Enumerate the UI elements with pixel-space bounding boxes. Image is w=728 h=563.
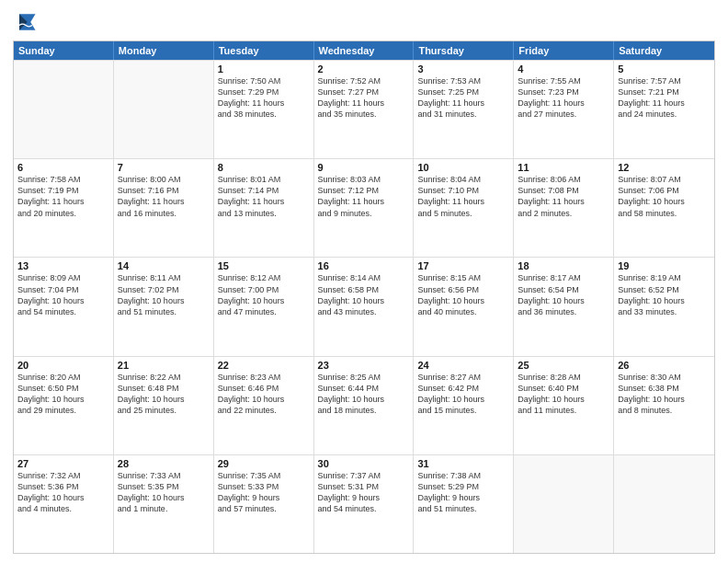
- cell-line: Sunset: 7:23 PM: [518, 86, 609, 98]
- cell-line: Sunrise: 7:58 AM: [17, 174, 109, 185]
- cell-line: Sunrise: 7:50 AM: [218, 75, 310, 86]
- header-day-thursday: Thursday: [414, 41, 514, 60]
- cell-line: Daylight: 11 hours: [318, 98, 410, 109]
- cal-cell-r4c5: [514, 455, 614, 553]
- cell-line: Sunrise: 8:00 AM: [118, 174, 210, 185]
- header: [13, 9, 715, 35]
- day-number: 28: [118, 458, 210, 469]
- header-day-friday: Friday: [514, 41, 614, 60]
- cell-line: Sunset: 6:42 PM: [417, 383, 509, 394]
- cell-line: Sunset: 6:48 PM: [118, 383, 210, 394]
- cell-line: and 25 minutes.: [118, 405, 210, 416]
- cell-line: Sunset: 7:27 PM: [318, 86, 410, 98]
- cal-cell-r4c4: 31Sunrise: 7:38 AMSunset: 5:29 PMDayligh…: [414, 455, 514, 553]
- cal-cell-r1c2: 8Sunrise: 8:01 AMSunset: 7:14 PMDaylight…: [214, 159, 314, 257]
- day-number: 29: [218, 458, 310, 469]
- cell-line: Daylight: 11 hours: [417, 98, 509, 109]
- cell-line: Sunrise: 8:03 AM: [318, 174, 410, 185]
- cell-line: Sunrise: 7:32 AM: [17, 470, 109, 481]
- cal-cell-r1c3: 9Sunrise: 8:03 AMSunset: 7:12 PMDaylight…: [314, 159, 415, 257]
- cell-line: and 5 minutes.: [417, 208, 509, 219]
- day-number: 9: [318, 162, 410, 173]
- cell-line: and 54 minutes.: [318, 503, 410, 514]
- cal-cell-r0c2: 1Sunrise: 7:50 AMSunset: 7:29 PMDaylight…: [214, 61, 314, 158]
- cell-line: Daylight: 10 hours: [218, 394, 310, 405]
- cell-line: Sunrise: 8:01 AM: [218, 174, 310, 185]
- cell-line: Sunrise: 7:52 AM: [318, 75, 410, 86]
- cal-cell-r2c6: 19Sunrise: 8:19 AMSunset: 6:52 PMDayligh…: [614, 258, 714, 355]
- cal-cell-r1c1: 7Sunrise: 8:00 AMSunset: 7:16 PMDaylight…: [114, 159, 214, 257]
- cell-line: and 31 minutes.: [417, 109, 509, 120]
- cell-line: Daylight: 11 hours: [518, 98, 609, 109]
- day-number: 19: [618, 260, 711, 271]
- day-number: 18: [518, 260, 609, 271]
- cell-line: and 35 minutes.: [318, 109, 410, 120]
- header-day-tuesday: Tuesday: [214, 41, 314, 60]
- cell-line: Sunrise: 8:06 AM: [518, 174, 609, 185]
- cal-cell-r4c1: 28Sunrise: 7:33 AMSunset: 5:35 PMDayligh…: [114, 455, 214, 553]
- cell-line: Sunset: 6:54 PM: [518, 284, 609, 295]
- day-number: 14: [118, 260, 210, 271]
- cal-cell-r0c4: 3Sunrise: 7:53 AMSunset: 7:25 PMDaylight…: [414, 61, 514, 158]
- cell-line: Daylight: 10 hours: [118, 295, 210, 306]
- cell-line: Sunset: 5:35 PM: [118, 481, 210, 492]
- cell-line: Sunrise: 8:22 AM: [118, 372, 210, 383]
- cell-line: Daylight: 10 hours: [417, 295, 509, 306]
- day-number: 27: [17, 458, 109, 469]
- cell-line: Sunrise: 7:38 AM: [417, 470, 509, 481]
- cell-line: Sunrise: 7:53 AM: [417, 75, 509, 86]
- cal-cell-r3c3: 23Sunrise: 8:25 AMSunset: 6:44 PMDayligh…: [314, 357, 415, 454]
- calendar-row-0: 1Sunrise: 7:50 AMSunset: 7:29 PMDaylight…: [14, 60, 714, 158]
- cell-line: Daylight: 9 hours: [218, 492, 310, 503]
- day-number: 16: [318, 260, 410, 271]
- cell-line: Sunrise: 8:15 AM: [417, 272, 509, 283]
- header-day-sunday: Sunday: [14, 41, 114, 60]
- cell-line: and 29 minutes.: [17, 405, 109, 416]
- cell-line: Daylight: 10 hours: [17, 492, 109, 503]
- cell-line: Daylight: 10 hours: [118, 394, 210, 405]
- cell-line: and 16 minutes.: [118, 208, 210, 219]
- cell-line: Daylight: 10 hours: [618, 196, 711, 207]
- cal-cell-r2c3: 16Sunrise: 8:14 AMSunset: 6:58 PMDayligh…: [314, 258, 415, 355]
- header-day-saturday: Saturday: [614, 41, 714, 60]
- cell-line: Sunrise: 7:55 AM: [518, 75, 609, 86]
- cell-line: Daylight: 10 hours: [218, 295, 310, 306]
- cal-cell-r2c0: 13Sunrise: 8:09 AMSunset: 7:04 PMDayligh…: [14, 258, 114, 355]
- cell-line: Daylight: 10 hours: [318, 394, 410, 405]
- cell-line: Sunset: 6:58 PM: [318, 284, 410, 295]
- cell-line: and 51 minutes.: [118, 306, 210, 317]
- cell-line: Sunset: 6:52 PM: [618, 284, 711, 295]
- cal-cell-r3c0: 20Sunrise: 8:20 AMSunset: 6:50 PMDayligh…: [14, 357, 114, 454]
- cell-line: Sunset: 5:33 PM: [218, 481, 310, 492]
- cal-cell-r2c5: 18Sunrise: 8:17 AMSunset: 6:54 PMDayligh…: [514, 258, 614, 355]
- cell-line: Daylight: 9 hours: [417, 492, 509, 503]
- cal-cell-r0c5: 4Sunrise: 7:55 AMSunset: 7:23 PMDaylight…: [514, 61, 614, 158]
- cell-line: and 40 minutes.: [417, 306, 509, 317]
- cell-line: Sunrise: 8:17 AM: [518, 272, 609, 283]
- cell-line: Daylight: 11 hours: [118, 196, 210, 207]
- calendar-row-3: 20Sunrise: 8:20 AMSunset: 6:50 PMDayligh…: [14, 356, 714, 454]
- cell-line: Sunrise: 8:30 AM: [618, 372, 711, 383]
- calendar: SundayMondayTuesdayWednesdayThursdayFrid…: [13, 40, 715, 554]
- cell-line: and 20 minutes.: [17, 208, 109, 219]
- header-day-wednesday: Wednesday: [314, 41, 415, 60]
- cell-line: and 15 minutes.: [417, 405, 509, 416]
- day-number: 30: [318, 458, 410, 469]
- cell-line: Sunrise: 8:19 AM: [618, 272, 711, 283]
- cell-line: Sunrise: 7:37 AM: [318, 470, 410, 481]
- cell-line: and 2 minutes.: [518, 208, 609, 219]
- cell-line: Sunset: 7:10 PM: [417, 185, 509, 196]
- cell-line: Sunset: 5:36 PM: [17, 481, 109, 492]
- cell-line: Sunset: 7:12 PM: [318, 185, 410, 196]
- cell-line: and 24 minutes.: [618, 109, 711, 120]
- cell-line: Sunset: 6:50 PM: [17, 383, 109, 394]
- cell-line: Sunrise: 8:09 AM: [17, 272, 109, 283]
- cell-line: Sunrise: 8:11 AM: [118, 272, 210, 283]
- day-number: 3: [417, 63, 509, 75]
- cal-cell-r2c4: 17Sunrise: 8:15 AMSunset: 6:56 PMDayligh…: [414, 258, 514, 355]
- cell-line: and 8 minutes.: [618, 405, 711, 416]
- calendar-header: SundayMondayTuesdayWednesdayThursdayFrid…: [14, 41, 714, 60]
- day-number: 25: [518, 360, 609, 371]
- cell-line: Daylight: 10 hours: [518, 394, 609, 405]
- cell-line: and 22 minutes.: [218, 405, 310, 416]
